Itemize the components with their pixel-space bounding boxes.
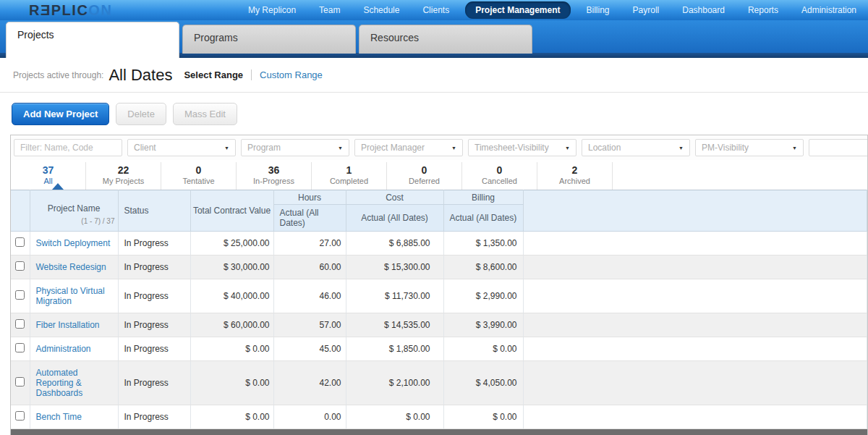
stat-count: 2 xyxy=(537,164,612,176)
hours-value: 46.00 xyxy=(273,279,346,313)
col-cost-actual[interactable]: Actual (All Dates) xyxy=(346,205,443,232)
filler-cell xyxy=(523,255,867,279)
project-name-cell: Switch Deployment xyxy=(30,232,118,255)
nav-item-my-replicon[interactable]: My Replicon xyxy=(237,0,307,20)
cost-value: $ 0.00 xyxy=(346,405,443,429)
nav-item-team[interactable]: Team xyxy=(307,0,352,20)
stat-deferred[interactable]: 0Deferred xyxy=(387,162,462,190)
filter-name-code-input[interactable] xyxy=(14,139,122,156)
project-link[interactable]: Administration xyxy=(36,344,91,354)
row-checkbox[interactable] xyxy=(15,343,25,352)
billing-value: $ 3,990.00 xyxy=(443,313,523,337)
pm-visibility-filter-dropdown[interactable]: PM-Visibility▼ xyxy=(695,139,804,156)
nav-item-dashboard[interactable]: Dashboard xyxy=(671,0,736,20)
stat-tentative[interactable]: 0Tentative xyxy=(161,162,237,190)
stat-completed[interactable]: 1Completed xyxy=(312,162,387,190)
nav-item-project-management[interactable]: Project Management xyxy=(465,1,570,19)
project-manager-filter-dropdown[interactable]: Project Manager▼ xyxy=(354,139,463,156)
project-name-cell: Administration xyxy=(30,337,118,361)
tab-resources[interactable]: Resources xyxy=(359,25,532,54)
row-checkbox[interactable] xyxy=(15,319,25,329)
project-link[interactable]: Physical to Virtual Migration xyxy=(36,286,112,306)
stat-cancelled[interactable]: 0Cancelled xyxy=(462,162,537,190)
stat-all[interactable]: 37All xyxy=(11,162,86,190)
nav-item-schedule[interactable]: Schedule xyxy=(352,0,411,20)
col-project-name[interactable]: Project Name (1 - 7) / 37 xyxy=(30,190,118,232)
totals-row: Total $ 155,000.00 3,951.73 $ 268,581.33… xyxy=(11,429,867,435)
project-status: In Progress xyxy=(118,232,190,255)
contract-value: $ 30,000.00 xyxy=(190,255,273,279)
nav-item-reports[interactable]: Reports xyxy=(736,0,790,20)
project-link[interactable]: Switch Deployment xyxy=(36,238,111,248)
logo-text-accent: ON xyxy=(88,2,112,18)
project-name-cell: Physical to Virtual Migration xyxy=(30,279,118,313)
dropdown-arrow-icon: ▼ xyxy=(792,145,797,151)
location-filter-dropdown[interactable]: Location▼ xyxy=(582,139,690,156)
extra-filter-dropdown[interactable]: ▼ xyxy=(809,139,867,156)
tab-projects[interactable]: Projects xyxy=(6,22,179,58)
row-checkbox[interactable] xyxy=(15,261,25,271)
date-range-bar: Projects active through: All Dates Selec… xyxy=(0,58,868,93)
filter-label: Project Manager xyxy=(361,143,425,153)
select-range-link[interactable]: Select Range xyxy=(184,69,243,80)
contract-value: $ 0.00 xyxy=(190,405,273,429)
billing-value: $ 0.00 xyxy=(443,337,523,361)
dropdown-arrow-icon: ▼ xyxy=(565,145,570,151)
row-checkbox[interactable] xyxy=(15,237,25,247)
logo-text: RƎPLIC xyxy=(29,2,88,18)
contract-value: $ 0.00 xyxy=(190,337,273,361)
project-link[interactable]: Fiber Installation xyxy=(36,320,100,330)
col-group-billing: Billing xyxy=(443,190,523,205)
row-select-cell xyxy=(11,232,30,255)
replicon-logo[interactable]: RƎPLICON xyxy=(29,2,112,19)
table-row: Fiber InstallationIn Progress$ 60,000.00… xyxy=(11,313,867,337)
stat-count: 0 xyxy=(161,164,236,176)
cost-value: $ 11,730.00 xyxy=(346,279,443,313)
billing-value: $ 0.00 xyxy=(443,405,523,429)
selected-stat-indicator xyxy=(52,183,64,190)
project-link[interactable]: Website Redesign xyxy=(36,262,106,272)
timesheet-visibility-filter-dropdown[interactable]: Timesheet-Visibility▼ xyxy=(468,139,576,156)
col-status[interactable]: Status xyxy=(118,190,190,232)
row-checkbox[interactable] xyxy=(15,377,25,387)
nav-item-billing[interactable]: Billing xyxy=(575,0,621,20)
client-filter-dropdown[interactable]: Client▼ xyxy=(127,139,236,156)
dropdown-arrow-icon: ▼ xyxy=(451,145,456,151)
stat-archived[interactable]: 2Archived xyxy=(537,162,613,190)
stat-label: Deferred xyxy=(387,177,461,185)
row-checkbox[interactable] xyxy=(15,411,25,421)
nav-item-clients[interactable]: Clients xyxy=(411,0,461,20)
custom-range-link[interactable]: Custom Range xyxy=(260,69,323,80)
row-select-cell xyxy=(11,405,30,429)
contract-value: $ 40,000.00 xyxy=(190,279,273,313)
stat-count: 37 xyxy=(11,164,85,176)
col-hours-actual[interactable]: Actual (All Dates) xyxy=(273,205,346,232)
divider xyxy=(251,69,252,80)
total-billing-value: $ 425,197.33 xyxy=(443,429,523,435)
delete-button[interactable]: Delete xyxy=(116,103,166,125)
nav-item-administration[interactable]: Administration xyxy=(790,0,868,20)
nav-item-payroll[interactable]: Payroll xyxy=(621,0,671,20)
stat-my-projects[interactable]: 22My Projects xyxy=(86,162,161,190)
stat-label: Tentative xyxy=(161,177,236,185)
project-status: In Progress xyxy=(118,337,190,361)
col-total-contract-value[interactable]: Total Contract Value xyxy=(190,190,273,232)
tab-programs[interactable]: Programs xyxy=(182,25,356,54)
contract-value: $ 0.00 xyxy=(190,361,273,405)
project-link[interactable]: Automated Reporting & Dashboards xyxy=(36,368,112,398)
add-new-project-button[interactable]: Add New Project xyxy=(12,103,109,125)
project-link[interactable]: Bench Time xyxy=(36,412,82,422)
program-filter-dropdown[interactable]: Program▼ xyxy=(241,139,349,156)
cost-value: $ 2,100.00 xyxy=(346,361,443,405)
stat-count: 1 xyxy=(312,164,386,176)
date-filter-value: All Dates xyxy=(109,66,172,85)
total-label: Total xyxy=(118,429,190,435)
row-checkbox[interactable] xyxy=(15,290,25,300)
actions-toolbar: Add New Project Delete Mass Edit xyxy=(0,93,868,135)
mass-edit-button[interactable]: Mass Edit xyxy=(173,103,237,125)
projects-panel: Client▼Program▼Project Manager▼Timesheet… xyxy=(10,135,868,435)
hours-value: 27.00 xyxy=(273,232,346,255)
stat-label: My Projects xyxy=(86,177,161,185)
col-billing-actual[interactable]: Actual (All Dates) xyxy=(443,205,523,232)
stat-in-progress[interactable]: 36In-Progress xyxy=(237,162,312,190)
